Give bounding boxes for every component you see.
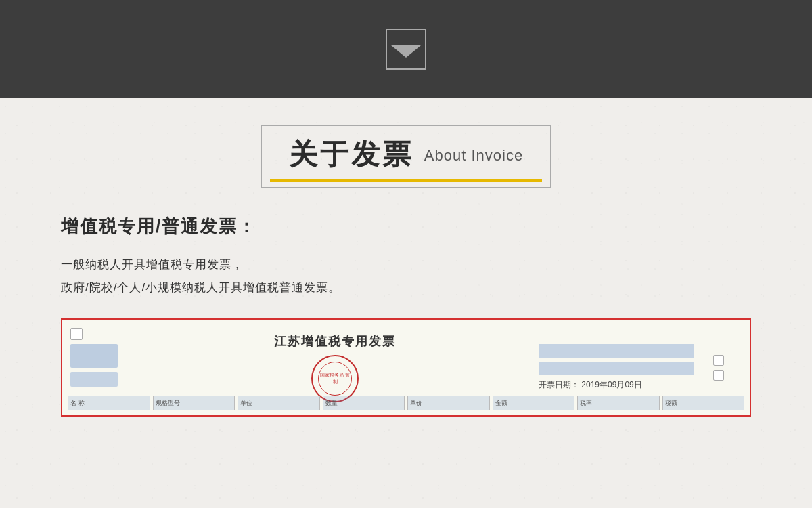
invoice-bottom-row: 名 称 规格型号 单位 数量 单价 金额 税率 税额 <box>68 394 744 412</box>
heading-box: 关于发票 About Invoice <box>261 125 551 188</box>
invoice-checkbox-right2 <box>713 370 724 381</box>
invoice-seal-text: 国家税务局 监制 <box>319 372 351 384</box>
invoice-cell-6: 金额 <box>493 396 575 410</box>
invoice-checkbox-top <box>70 328 83 340</box>
invoice-seal-inner: 国家税务局 监制 <box>318 362 352 396</box>
invoice-image-area: 江苏增值税专用发票 国家税务局 监制 开票日期： 2019年09月09日 <box>61 318 751 417</box>
invoice-cell-1: 名 称 <box>68 396 150 410</box>
invoice-far-right <box>710 352 744 383</box>
invoice-checkbox-right <box>713 355 724 366</box>
invoice-right-col: 开票日期： 2019年09月09日 <box>535 340 710 395</box>
invoice-date-value: 2019年09月09日 <box>581 380 641 389</box>
invoice-date-label: 开票日期： <box>539 380 579 389</box>
invoice-blue-block-small <box>70 372 118 387</box>
invoice-number-block <box>539 344 694 358</box>
section-heading: 关于发票 About Invoice <box>61 125 751 188</box>
heading-english: About Invoice <box>424 147 523 165</box>
invoice-cell-3: 单位 <box>238 396 320 410</box>
invoice-cell-4: 数量 <box>323 396 405 410</box>
main-content: 关于发票 About Invoice 增值税专用/普通发票： 一般纳税人开具增值… <box>0 98 812 508</box>
invoice-cell-5: 单价 <box>407 396 490 410</box>
invoice-cell-2: 规格型号 <box>153 396 235 410</box>
invoice-number-block2 <box>539 362 694 375</box>
invoice-blue-block-large <box>70 344 118 368</box>
envelope-chevron-shape <box>391 45 421 58</box>
invoice-cell-8: 税额 <box>662 396 745 410</box>
invoice-type-label: 增值税专用/普通发票： <box>61 215 751 238</box>
invoice-date-text: 开票日期： 2019年09月09日 <box>539 379 706 391</box>
header-bar <box>0 0 812 98</box>
description-line1: 一般纳税人开具增值税专用发票， <box>61 253 751 276</box>
invoice-cell-7: 税率 <box>577 396 660 410</box>
heading-chinese: 关于发票 <box>289 135 413 173</box>
envelope-icon <box>386 29 426 70</box>
invoice-description: 一般纳税人开具增值税专用发票， 政府/院校/个人/小规模纳税人开具增值税普通发票… <box>61 253 751 299</box>
invoice-title-cn: 江苏增值税专用发票 <box>274 333 396 350</box>
description-line2: 政府/院校/个人/小规模纳税人开具增值税普通发票。 <box>61 276 751 299</box>
